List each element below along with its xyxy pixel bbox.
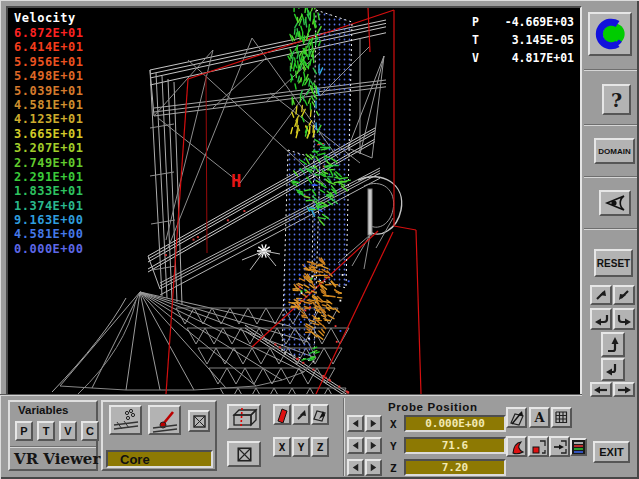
- probe-z-value-field[interactable]: 7.20: [404, 459, 506, 476]
- variable-t-button[interactable]: T: [37, 421, 55, 441]
- turn-down-button[interactable]: [601, 358, 625, 381]
- variables-group: Variables P T V C VR Viewer: [8, 400, 98, 471]
- app-logo-icon: [593, 17, 627, 51]
- axis-x-button[interactable]: X: [273, 437, 291, 457]
- particle-tracks-button[interactable]: [109, 405, 142, 435]
- legend-entries: 6.872E+016.414E+015.956E+015.498E+015.03…: [14, 26, 84, 256]
- turn-right-button[interactable]: [613, 308, 635, 330]
- pan-right-button[interactable]: [613, 382, 635, 397]
- curved-surface-button[interactable]: [506, 436, 527, 457]
- arrow-sw-icon: [616, 287, 632, 303]
- axis-z-button[interactable]: Z: [311, 437, 329, 457]
- readout-row: V4.817E+01: [472, 49, 574, 67]
- thermometer-icon: [151, 408, 179, 433]
- rotate-sw-button[interactable]: [613, 285, 635, 305]
- variable-v-button[interactable]: V: [59, 421, 77, 441]
- probe-h-marker: H: [231, 171, 241, 191]
- turn-left-button[interactable]: [590, 308, 612, 330]
- variables-label: Variables: [18, 404, 69, 416]
- probe-z-increment-button[interactable]: [365, 459, 382, 476]
- legend-entry: 3.207E+01: [14, 141, 84, 155]
- annotation-label: A: [534, 410, 544, 425]
- 3d-viewport[interactable]: H Velocity 6.872E+016.414E+015.956E+015.…: [6, 6, 582, 396]
- app-name: VR Viewer: [14, 450, 100, 468]
- turn-up-icon: [604, 335, 622, 354]
- readout-value: 4.817E+01: [512, 49, 574, 67]
- reset-button[interactable]: RESET: [594, 249, 633, 277]
- section-slice-button[interactable]: [227, 404, 261, 430]
- velocity-legend: Velocity 6.872E+016.414E+015.956E+015.49…: [14, 11, 84, 256]
- move-arrow-button[interactable]: [292, 404, 310, 425]
- crossed-box-small-button[interactable]: [188, 410, 210, 432]
- legend-entry: 0.000E+00: [14, 242, 84, 256]
- arrow-ne-icon: [593, 287, 609, 303]
- cut-plane-button[interactable]: [273, 404, 291, 425]
- legend-entry: 1.374E+01: [14, 199, 84, 213]
- legend-entry: 6.872E+01: [14, 26, 84, 40]
- axis-y-button[interactable]: Y: [292, 437, 310, 457]
- annotation-button[interactable]: A: [529, 407, 550, 428]
- probe-row-x: X0.000E+00: [347, 415, 507, 432]
- help-button[interactable]: ?: [602, 84, 631, 115]
- arrow-right-icon: [616, 385, 632, 395]
- mesh-grid-button[interactable]: [551, 407, 572, 428]
- panel-top-bevel: [0, 394, 582, 396]
- readout-value: -4.669E+03: [505, 13, 574, 31]
- legend-entry: 4.123E+01: [14, 112, 84, 126]
- probe-y-increment-button[interactable]: [365, 437, 382, 454]
- triangle-left-icon: [350, 462, 361, 473]
- legend-entry: 5.498E+01: [14, 69, 84, 83]
- view-tool-button[interactable]: [599, 190, 631, 216]
- triangle-right-icon: [368, 462, 379, 473]
- thermometer-probe-button[interactable]: [148, 405, 181, 435]
- return-left-icon: [593, 311, 610, 328]
- triangle-left-icon: [350, 418, 361, 429]
- probe-row-y: Y71.6: [347, 437, 507, 454]
- probe-y-value-field[interactable]: 71.6: [404, 437, 506, 454]
- particle-tracks-icon: [112, 408, 140, 433]
- probe-axis-label: Y: [390, 440, 397, 453]
- mesh-grid-icon: [554, 410, 569, 425]
- exit-button[interactable]: EXIT: [593, 441, 630, 463]
- variable-p-button[interactable]: P: [15, 421, 33, 441]
- legend-entry: 6.414E+01: [14, 40, 84, 54]
- probe-x-value-field[interactable]: 0.000E+00: [404, 415, 506, 432]
- core-selector[interactable]: Core: [106, 450, 213, 468]
- section-slice-icon: [230, 407, 258, 428]
- domain-label: DOMAIN: [598, 147, 630, 156]
- probe-value: 71.6: [406, 439, 504, 452]
- probe-x-increment-button[interactable]: [365, 415, 382, 432]
- turn-up-button[interactable]: [601, 332, 625, 357]
- variable-c-button[interactable]: C: [81, 421, 99, 441]
- pan-left-button[interactable]: [590, 382, 612, 397]
- sidebar-divider: [584, 124, 637, 126]
- turn-down-icon: [604, 361, 622, 379]
- crossed-box-icon: [236, 446, 253, 463]
- probe-y-decrement-button[interactable]: [347, 437, 364, 454]
- legend-entry: 4.581E+00: [14, 227, 84, 241]
- rotate-ne-button[interactable]: [590, 285, 612, 305]
- panel-divider: [343, 398, 345, 476]
- crossed-box-button[interactable]: [227, 441, 261, 467]
- core-selector-value: Core: [108, 452, 150, 467]
- readout-value: 3.145E-05: [512, 31, 574, 49]
- probe-readout: P-4.669E+03T3.145E-05V4.817E+01: [472, 13, 574, 67]
- probe-axis-label: Z: [390, 462, 397, 475]
- probe-z-decrement-button[interactable]: [347, 459, 364, 476]
- probe-axis-label: X: [390, 418, 397, 431]
- legend-toggle-button[interactable]: [570, 438, 587, 456]
- probe-x-decrement-button[interactable]: [347, 415, 364, 432]
- select-plane-button[interactable]: [506, 407, 527, 428]
- arrow-left-icon: [593, 385, 609, 395]
- zoom-region-icon: [531, 439, 547, 455]
- legend-entry: 2.291E+01: [14, 170, 84, 184]
- fit-view-button[interactable]: [549, 436, 570, 457]
- cut-plane-icon: [276, 407, 289, 423]
- sidebar-divider: [584, 176, 637, 178]
- domain-button[interactable]: DOMAIN: [594, 138, 635, 164]
- zoom-region-button[interactable]: [528, 436, 549, 457]
- app-logo-button[interactable]: [588, 12, 632, 56]
- drag-plane-button[interactable]: [311, 404, 329, 425]
- plot-tools-group: Core: [101, 400, 217, 471]
- crossed-box-icon: [192, 414, 207, 429]
